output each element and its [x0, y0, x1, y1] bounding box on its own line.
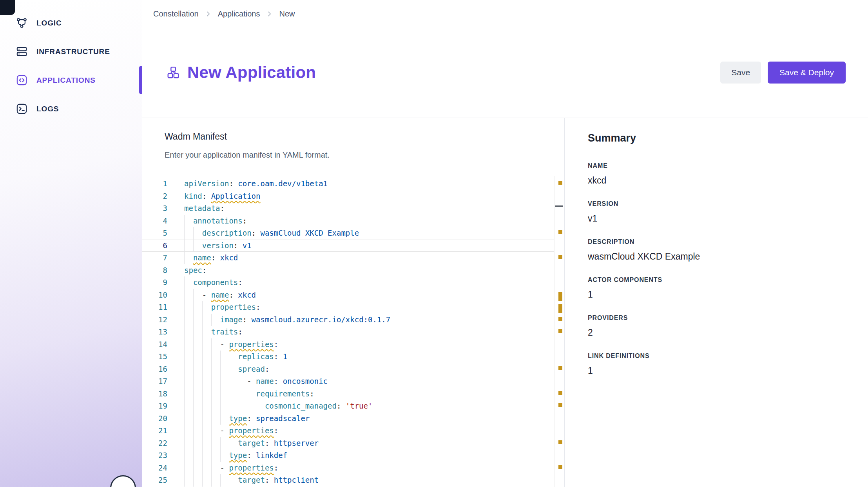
line-number: 15 [142, 351, 167, 363]
line-number: 19 [142, 400, 167, 412]
code-line-content: apiVersion: core.oam.dev/v1beta1 [184, 178, 328, 190]
line-number: 23 [142, 449, 167, 462]
sidebar-item-label: INFRASTRUCTURE [36, 47, 110, 56]
indent-guide [193, 412, 202, 425]
indent-guide [220, 474, 229, 487]
logs-icon [16, 103, 28, 115]
summary-fields: NAMExkcdVERSIONv1DESCRIPTIONwasmCloud XK… [588, 162, 852, 376]
indent-guide [202, 474, 211, 487]
yaml-editor[interactable]: 1apiVersion: core.oam.dev/v1beta12kind: … [142, 178, 564, 487]
code-line-content: image: wasmcloud.azurecr.io/xkcd:0.1.7 [184, 314, 390, 326]
indent-guide [193, 351, 202, 363]
code-line[interactable]: 24- properties: [142, 462, 554, 474]
code-line[interactable]: 16spread: [142, 363, 554, 376]
indent-guide [184, 326, 193, 338]
code-line-content: components: [184, 276, 243, 289]
overview-ruler[interactable] [554, 176, 564, 487]
indent-guide [211, 388, 220, 400]
code-line[interactable]: 3metadata: [142, 202, 554, 215]
code-line[interactable]: 11properties: [142, 301, 554, 314]
ruler-warning-marker [558, 230, 562, 234]
indent-guide [211, 462, 220, 474]
code-line-content: type: spreadscaler [184, 412, 310, 425]
sidebar-item-infrastructure[interactable]: INFRASTRUCTURE [0, 37, 142, 66]
code-line[interactable]: 19cosmonic_managed: 'true' [142, 400, 554, 412]
summary-field-label: ACTOR COMPONENTS [588, 276, 852, 283]
line-number: 14 [142, 338, 167, 351]
code-line[interactable]: 14- properties: [142, 338, 554, 351]
code-line[interactable]: 4annotations: [142, 215, 554, 227]
summary-field-value: wasmCloud XKCD Example [588, 251, 852, 262]
sidebar-item-logic[interactable]: LOGIC [0, 9, 142, 37]
sidebar-item-label: LOGS [36, 105, 59, 113]
indent-guide [193, 462, 202, 474]
breadcrumb-item[interactable]: Constellation [153, 9, 199, 18]
code-line[interactable]: 21- properties: [142, 425, 554, 437]
code-line[interactable]: 18requirements: [142, 388, 554, 400]
code-line[interactable]: 13traits: [142, 326, 554, 338]
code-line[interactable]: 2kind: Application [142, 190, 554, 203]
indent-guide [202, 412, 211, 425]
line-number: 6 [142, 240, 167, 252]
summary-field-value: xkcd [588, 175, 852, 186]
indent-guide [193, 326, 202, 338]
code-line[interactable]: 9components: [142, 276, 554, 289]
sidebar-item-logs[interactable]: LOGS [0, 94, 142, 123]
manifest-panel-subtitle: Enter your application manifest in YAML … [142, 151, 564, 160]
breadcrumb-item[interactable]: New [279, 9, 295, 18]
indent-guide [229, 437, 238, 450]
indent-guide [184, 462, 193, 474]
indent-guide [202, 351, 211, 363]
code-line[interactable]: 1apiVersion: core.oam.dev/v1beta1 [142, 178, 554, 190]
summary-field-value: v1 [588, 213, 852, 224]
code-line[interactable]: 5description: wasmCloud XKCD Example [142, 227, 554, 240]
indent-guide [229, 400, 238, 412]
code-line-content: cosmonic_managed: 'true' [184, 400, 372, 412]
code-line[interactable]: 12image: wasmcloud.azurecr.io/xkcd:0.1.7 [142, 314, 554, 326]
line-number: 17 [142, 375, 167, 388]
indent-guide [238, 400, 247, 412]
indent-guide [193, 449, 202, 462]
indent-guide [211, 363, 220, 376]
line-number: 13 [142, 326, 167, 338]
code-line[interactable]: 20type: spreadscaler [142, 412, 554, 425]
indent-guide [211, 437, 220, 450]
indent-guide [202, 437, 211, 450]
summary-field: LINK DEFINITIONS1 [588, 353, 852, 376]
indent-guide [184, 449, 193, 462]
indent-guide [184, 437, 193, 450]
code-line[interactable]: 25target: httpclient [142, 474, 554, 487]
manifest-panel-title: Wadm Manifest [142, 131, 564, 142]
code-line[interactable]: 8spec: [142, 264, 554, 277]
indent-guide [184, 301, 193, 314]
indent-guide [184, 412, 193, 425]
save-button[interactable]: Save [720, 62, 761, 84]
code-line-content: type: linkdef [184, 449, 287, 462]
indent-guide [202, 375, 211, 388]
code-line[interactable]: 15replicas: 1 [142, 351, 554, 363]
code-line[interactable]: 23type: linkdef [142, 449, 554, 462]
indent-guide [184, 474, 193, 487]
line-number: 18 [142, 388, 167, 400]
breadcrumb-item[interactable]: Applications [218, 9, 260, 18]
sidebar-item-applications[interactable]: APPLICATIONS [0, 66, 142, 94]
code-line[interactable]: 6version: v1 [142, 240, 554, 252]
indent-guide [193, 338, 202, 351]
code-line-content: properties: [184, 301, 260, 314]
indent-guide [202, 388, 211, 400]
indent-guide [193, 301, 202, 314]
code-line[interactable]: 22target: httpserver [142, 437, 554, 450]
sidebar-item-label: LOGIC [36, 19, 62, 27]
help-button[interactable] [110, 475, 136, 487]
title-wrap: New Application [166, 63, 316, 82]
code-line[interactable]: 7name: xkcd [142, 252, 554, 264]
code-line[interactable]: 10- name: xkcd [142, 289, 554, 302]
app-root: LOGICINFRASTRUCTUREAPPLICATIONSLOGS Cons… [0, 0, 868, 487]
code-line[interactable]: 17- name: oncosmonic [142, 375, 554, 388]
indent-guide [193, 227, 202, 240]
save-deploy-button[interactable]: Save & Deploy [768, 62, 846, 84]
indent-guide [247, 388, 256, 400]
ruler-warning-marker [558, 181, 562, 185]
indent-guide [211, 449, 220, 462]
indent-guide [184, 351, 193, 363]
